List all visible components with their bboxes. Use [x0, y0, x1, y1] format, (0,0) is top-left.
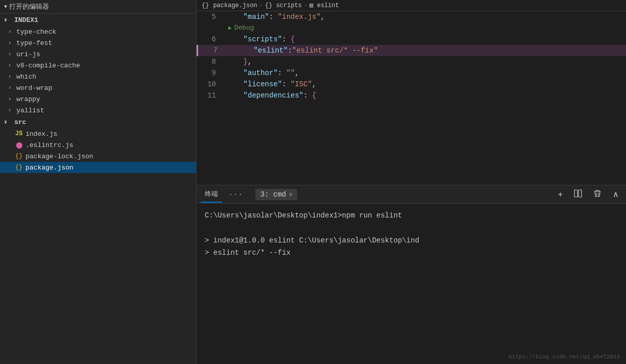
code-line-11: 11 "dependencies": { — [197, 90, 626, 101]
sidebar-item-type-check[interactable]: › type-check — [0, 26, 196, 37]
line-content-6: "scripts": { — [222, 34, 626, 45]
line-content-10: "license": "ISC", — [222, 79, 626, 90]
json-icon: {} — [14, 164, 23, 171]
breadcrumb-scripts: {} scripts — [265, 2, 302, 9]
breadcrumb-part-1: {} — [202, 2, 209, 9]
code-line-9: 9 "author": "", — [197, 67, 626, 79]
terminal-line-2 — [205, 222, 618, 233]
chevron-icon: › — [8, 52, 16, 57]
src-chevron: ∨ — [4, 119, 12, 125]
line-number-11: 11 — [197, 90, 222, 101]
sidebar-item-eslintrc-js[interactable]: ⬤ .eslintrc.js — [0, 139, 196, 151]
file-explorer: ▼ 打开的编辑器 ∨ INDEX1 › type-check › type-fe… — [0, 0, 197, 364]
line-number-8: 8 — [197, 56, 222, 67]
chevron-icon: › — [8, 74, 16, 80]
code-line-debug: 5 ▶ Debug — [197, 22, 626, 34]
src-folder[interactable]: ∨ src — [0, 116, 196, 128]
js-icon: JS — [14, 130, 23, 137]
debug-triangle-icon: ▶ — [228, 22, 232, 34]
line-number-9: 9 — [197, 67, 222, 79]
breadcrumb-sep3: › — [304, 2, 307, 9]
sidebar-item-type-fest[interactable]: › type-fest — [0, 37, 196, 48]
chevron-icon: › — [8, 85, 16, 91]
terminal-command: npm run eslint — [342, 211, 402, 220]
line-number-5: 5 — [197, 11, 222, 22]
sidebar-item-package-lock-json[interactable]: {} package-lock.json — [0, 151, 196, 162]
sidebar-item-yallist[interactable]: › yallist — [0, 105, 196, 116]
terminal-collapse-button[interactable]: ∧ — [610, 188, 622, 200]
line-number-6: 6 — [197, 34, 222, 45]
sidebar-item-uri-js[interactable]: › uri-js — [0, 48, 196, 60]
svg-rect-0 — [574, 190, 577, 197]
code-line-10: 10 "license": "ISC", — [197, 79, 626, 90]
code-line-5: 5 "main": "index.js", — [197, 11, 626, 22]
terminal-prompt: C:\Users\jasolar\Desktop\index1> — [205, 211, 342, 220]
terminal-line-4: > eslint src/* --fix — [205, 247, 618, 258]
terminal-line-1: C:\Users\jasolar\Desktop\index1>npm run … — [205, 210, 618, 221]
terminal-tab[interactable]: 终端 — [201, 186, 222, 203]
root-chevron: ∨ — [4, 17, 12, 23]
main-panel: {} package.json › {} scripts › ▤ eslint … — [197, 0, 626, 364]
header-chevron: ▼ — [4, 4, 7, 10]
json-icon: {} — [14, 153, 23, 160]
eslint-icon: ⬤ — [14, 141, 23, 149]
terminal-add-button[interactable]: + — [555, 189, 566, 200]
sidebar-header: ▼ 打开的编辑器 — [0, 0, 196, 14]
root-folder[interactable]: ∨ INDEX1 — [0, 14, 196, 26]
sidebar-item-wrappy[interactable]: › wrappy — [0, 93, 196, 105]
terminal-line-3: > index1@1.0.0 eslint C:\Users\jasolar\D… — [205, 235, 618, 246]
src-folder-label: src — [14, 118, 26, 126]
root-folder-label: INDEX1 — [14, 16, 38, 24]
terminal-panel: 终端 ··· 3: cmd ∨ + ∧ C:\Users\jasolar\Des… — [197, 185, 626, 364]
breadcrumb-eslint: ▤ eslint — [309, 2, 339, 9]
breadcrumb-file: package.json — [213, 2, 257, 9]
terminal-split-button[interactable] — [571, 188, 585, 201]
code-editor: 5 "main": "index.js", 5 ▶ Debug 6 "scrip… — [197, 11, 626, 185]
svg-rect-1 — [579, 190, 582, 197]
line-content-debug[interactable]: ▶ Debug — [222, 22, 626, 34]
code-line-8: 8 }, — [197, 56, 626, 67]
sidebar-item-index-js[interactable]: JS index.js — [0, 128, 196, 139]
dropdown-arrow-icon: ∨ — [289, 191, 292, 198]
line-number-debug: 5 — [197, 22, 222, 34]
terminal-header: 终端 ··· 3: cmd ∨ + ∧ — [197, 185, 626, 204]
chevron-icon: › — [8, 108, 16, 113]
chevron-icon: › — [8, 96, 16, 102]
chevron-icon: › — [8, 29, 16, 35]
code-line-7: 7 "eslint":"eslint src/* --fix" — [197, 45, 626, 56]
line-content-8: }, — [222, 56, 626, 67]
line-number-10: 10 — [197, 79, 222, 90]
breadcrumb-sep2: › — [259, 2, 263, 9]
sidebar-item-v8-compile-cache[interactable]: › v8-compile-cache — [0, 60, 196, 71]
line-content-5: "main": "index.js", — [222, 11, 626, 22]
line-content-7: "eslint":"eslint src/* --fix" — [224, 45, 626, 56]
chevron-icon: › — [8, 63, 16, 68]
line-content-9: "author": "", — [222, 67, 626, 79]
sidebar-item-word-wrap[interactable]: › word-wrap — [0, 82, 196, 93]
line-content-11: "dependencies": { — [222, 90, 626, 101]
terminal-body: C:\Users\jasolar\Desktop\index1>npm run … — [197, 204, 626, 364]
terminal-tab-label: 终端 — [205, 190, 218, 198]
line-number-7: 7 — [198, 45, 224, 56]
debug-label: Debug — [234, 22, 254, 34]
terminal-delete-button[interactable] — [590, 188, 605, 201]
code-line-6: 6 "scripts": { — [197, 34, 626, 45]
sidebar-item-package-json[interactable]: {} package.json — [0, 162, 196, 173]
chevron-icon: › — [8, 40, 16, 46]
terminal-shell-label: 3: cmd — [260, 190, 286, 199]
sidebar-item-which[interactable]: › which — [0, 71, 196, 82]
breadcrumb: {} package.json › {} scripts › ▤ eslint — [197, 0, 626, 11]
terminal-shell-select[interactable]: 3: cmd ∨ — [255, 189, 297, 200]
header-label: 打开的编辑器 — [9, 2, 49, 11]
watermark: https://blog.csdn.net/qq_45472813 — [509, 354, 620, 360]
terminal-more-button[interactable]: ··· — [226, 189, 245, 200]
